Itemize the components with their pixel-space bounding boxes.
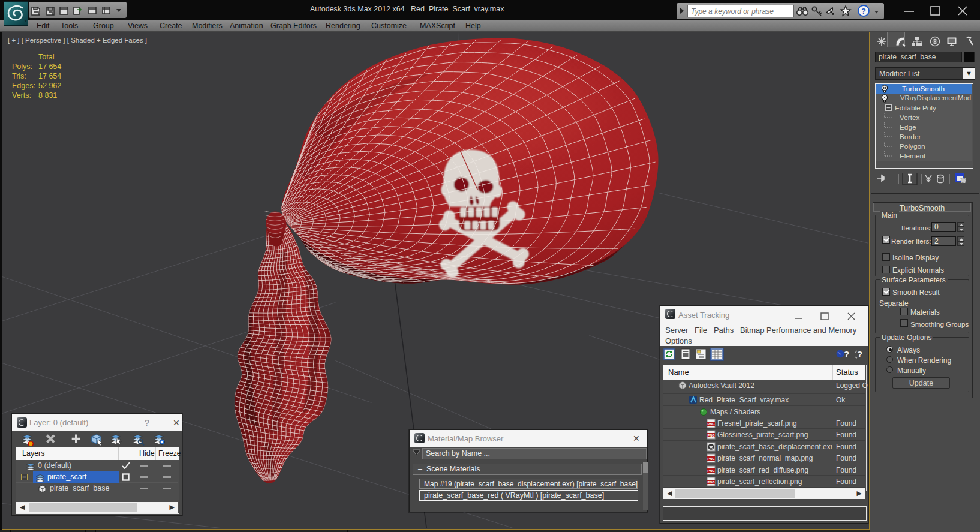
svg-text:?: ? (844, 349, 849, 359)
svg-text:?: ? (857, 349, 862, 359)
svg-text:PNG: PNG (707, 434, 714, 437)
svg-text:PNG: PNG (707, 457, 714, 461)
svg-text:?: ? (861, 7, 866, 16)
svg-text:PNG: PNG (707, 480, 714, 484)
svg-text:PNG: PNG (707, 422, 714, 426)
svg-text:PNG: PNG (707, 469, 714, 473)
